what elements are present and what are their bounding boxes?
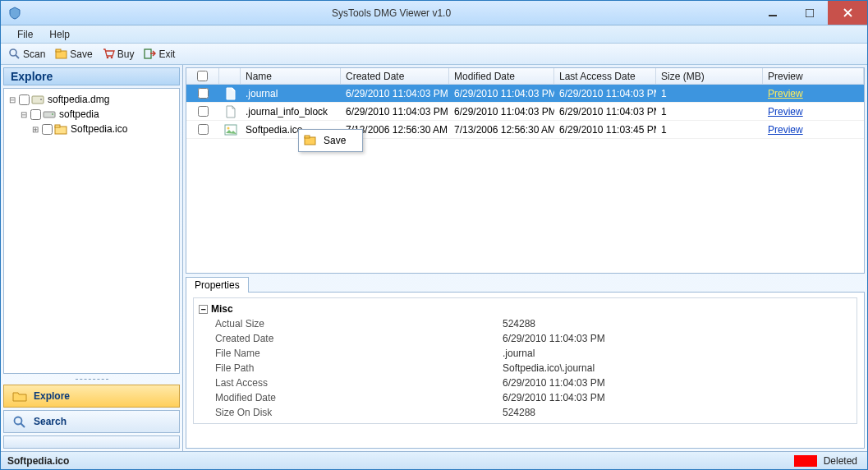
- list-body[interactable]: .journal6/29/2010 11:04:03 PM6/29/2010 1…: [186, 85, 864, 273]
- folder-save-icon: [304, 134, 317, 147]
- expander-icon[interactable]: ⊟: [7, 95, 17, 104]
- file-icon: [224, 123, 237, 136]
- cell-name: .journal_info_block: [241, 106, 341, 118]
- tree-checkbox[interactable]: [30, 109, 41, 120]
- menu-help[interactable]: Help: [41, 27, 78, 42]
- minimize-button[interactable]: [754, 1, 791, 25]
- select-all-checkbox[interactable]: [197, 71, 208, 81]
- tree-label: softpedia.dmg: [46, 94, 109, 105]
- header-created[interactable]: Created Date: [341, 68, 449, 84]
- toolbar-scan-label: Scan: [23, 48, 45, 60]
- tree-label: softpedia: [57, 108, 99, 120]
- cell-access: 6/29/2010 11:04:03 PM: [554, 106, 656, 118]
- disk-icon: [31, 93, 44, 106]
- preview-link[interactable]: Preview: [768, 88, 803, 99]
- table-row[interactable]: .journal6/29/2010 11:04:03 PM6/29/2010 1…: [186, 85, 864, 103]
- cell-created: 6/29/2010 11:04:03 PM: [341, 88, 449, 99]
- cell-modified: 7/13/2006 12:56:30 AM: [449, 124, 554, 136]
- maximize-button[interactable]: [791, 1, 828, 25]
- svg-point-16: [227, 127, 230, 129]
- svg-point-11: [52, 113, 53, 115]
- tree-checkbox[interactable]: [42, 124, 53, 135]
- properties-body: − Misc Actual Size524288Created Date6/29…: [186, 292, 865, 449]
- preview-link[interactable]: Preview: [768, 106, 803, 118]
- context-menu-save[interactable]: Save: [301, 131, 361, 150]
- file-icon: [224, 105, 237, 118]
- preview-link[interactable]: Preview: [768, 124, 803, 136]
- row-checkbox[interactable]: [198, 124, 209, 135]
- tree-view[interactable]: ⊟ softpedia.dmg ⊟ softpedia ⊞ Softpedia.…: [3, 88, 180, 374]
- property-value: 6/29/2010 11:04:03 PM: [498, 331, 857, 346]
- list-header: Name Created Date Modified Date Last Acc…: [186, 68, 864, 85]
- property-row: File Name.journal: [194, 346, 857, 361]
- header-checkbox-col[interactable]: [186, 68, 219, 84]
- nav-search-button[interactable]: Search: [3, 410, 180, 433]
- header-preview[interactable]: Preview: [763, 68, 864, 84]
- expander-icon[interactable]: ⊟: [19, 110, 29, 119]
- folder-save-icon: [55, 48, 67, 60]
- property-row: Actual Size524288: [194, 316, 857, 331]
- nav-search-label: Search: [34, 416, 67, 427]
- cell-size: 1: [656, 88, 763, 99]
- svg-rect-0: [769, 15, 777, 16]
- folder-icon: [54, 122, 67, 136]
- expander-icon[interactable]: ⊞: [30, 125, 40, 134]
- status-left-text: Softpedia.ico: [7, 455, 788, 467]
- property-key: Size On Disk: [194, 405, 498, 420]
- folder-open-icon: [12, 389, 27, 403]
- cell-created: 6/29/2010 11:04:03 PM: [341, 106, 449, 118]
- tree-node-dmg[interactable]: ⊟ softpedia.dmg: [4, 92, 179, 107]
- tree-label: Softpedia.ico: [69, 123, 127, 135]
- svg-point-5: [106, 57, 108, 59]
- property-key: Modified Date: [194, 390, 498, 405]
- cart-icon: [103, 48, 115, 60]
- context-menu: Save: [298, 129, 363, 152]
- cell-name: .journal: [241, 88, 341, 99]
- file-icon: [224, 87, 237, 100]
- status-bar: Softpedia.ico Deleted: [1, 451, 867, 469]
- property-row: Modified Date6/29/2010 11:04:03 PM: [194, 390, 857, 405]
- properties-group-header[interactable]: − Misc: [194, 302, 857, 316]
- row-checkbox[interactable]: [198, 106, 209, 117]
- status-color-swatch: [794, 455, 817, 467]
- tree-node-file[interactable]: ⊞ Softpedia.ico: [4, 122, 179, 136]
- header-name[interactable]: Name: [241, 68, 341, 84]
- app-icon: [6, 4, 24, 22]
- property-row: File PathSoftpedia.ico\.journal: [194, 361, 857, 376]
- tree-node-folder[interactable]: ⊟ softpedia: [4, 107, 179, 122]
- header-size[interactable]: Size (MB): [656, 68, 763, 84]
- property-key: Last Access: [194, 376, 498, 390]
- table-row[interactable]: .journal_info_block6/29/2010 11:04:03 PM…: [186, 103, 864, 121]
- toolbar-save-button[interactable]: Save: [51, 47, 96, 61]
- property-row: Created Date6/29/2010 11:04:03 PM: [194, 331, 857, 346]
- cell-modified: 6/29/2010 11:04:03 PM: [449, 106, 554, 118]
- property-value: 524288: [498, 405, 857, 420]
- toolbar-exit-button[interactable]: Exit: [140, 47, 179, 61]
- table-row[interactable]: Softpedia.ico7/13/2006 12:56:30 AM7/13/2…: [186, 121, 864, 139]
- nav-explore-button[interactable]: Explore: [3, 385, 180, 408]
- sidebar-stub: [3, 435, 180, 449]
- property-value: 524288: [498, 316, 857, 331]
- collapse-icon[interactable]: −: [199, 305, 208, 314]
- nav-explore-label: Explore: [34, 390, 70, 402]
- menu-file[interactable]: File: [9, 27, 41, 42]
- drive-icon: [43, 108, 56, 121]
- close-button[interactable]: [828, 1, 867, 25]
- row-checkbox[interactable]: [198, 88, 209, 99]
- splitter-handle[interactable]: [3, 376, 180, 382]
- header-modified[interactable]: Modified Date: [449, 68, 554, 84]
- property-value: Softpedia.ico\.journal: [498, 361, 857, 376]
- cell-access: 6/29/2010 11:04:03 PM: [554, 88, 656, 99]
- header-access[interactable]: Last Access Date: [554, 68, 656, 84]
- svg-point-9: [40, 99, 42, 100]
- toolbar-scan-button[interactable]: Scan: [4, 47, 49, 61]
- toolbar-buy-button[interactable]: Buy: [99, 47, 139, 61]
- cell-size: 1: [656, 106, 763, 118]
- toolbar-save-label: Save: [70, 48, 92, 60]
- property-row: Size On Disk524288: [194, 405, 857, 420]
- svg-point-6: [110, 57, 113, 59]
- property-value: .journal: [498, 346, 857, 361]
- tree-checkbox[interactable]: [19, 94, 30, 105]
- toolbar-exit-label: Exit: [158, 48, 175, 60]
- tab-properties[interactable]: Properties: [186, 277, 249, 293]
